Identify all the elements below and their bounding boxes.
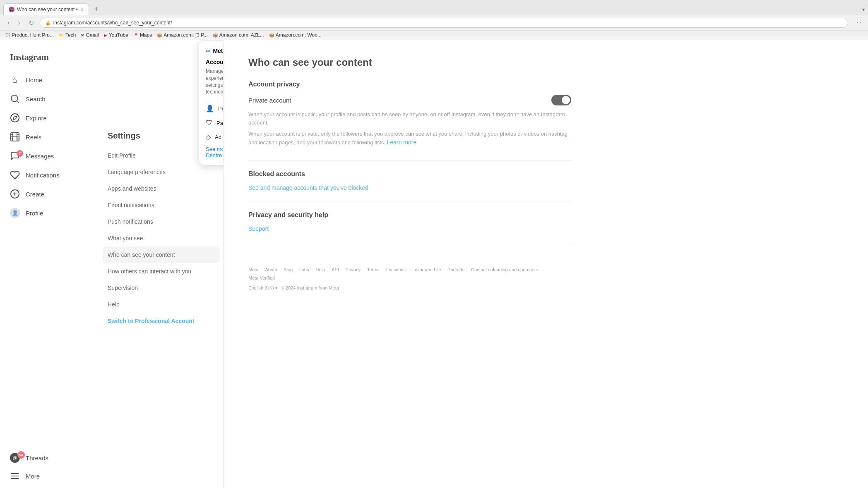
browser-actions: ⋯ <box>855 19 863 27</box>
dropdown-personal-label: Personal details <box>218 105 224 112</box>
back-button[interactable]: ‹ <box>5 18 12 27</box>
ad-icon: ◇ <box>206 133 211 141</box>
dropdown-ad-label: Ad preferences <box>215 134 224 140</box>
active-tab[interactable]: 📷 Who can see your content • × <box>3 3 89 15</box>
dropdown-ad-preferences[interactable]: ◇ Ad preferences <box>206 130 224 144</box>
dropdown-personal-details[interactable]: 👤 Personal details <box>206 101 224 116</box>
lock-icon: 🔒 <box>45 20 51 26</box>
tab-title: Who can see your content • <box>17 7 78 12</box>
tab-end: ▾ <box>862 7 865 12</box>
see-more-accounts-centre[interactable]: See more in Accounts Centre <box>206 146 224 158</box>
forward-button[interactable]: › <box>15 18 22 27</box>
meta-logo: ∞ Meta <box>206 47 224 55</box>
app-container: Instagram ⌂ Home Search Explore <box>0 40 868 488</box>
accounts-centre-title: Accounts Centre <box>206 59 224 65</box>
person-icon: 👤 <box>206 105 214 112</box>
meta-logo-icon: ∞ <box>206 47 210 55</box>
tab-favicon: 📷 <box>9 7 14 12</box>
accounts-dropdown: ∞ Meta Accounts Centre Manage your conne… <box>199 40 224 165</box>
url-text: instagram.com/accounts/who_can_see_your_… <box>53 20 172 26</box>
reload-button[interactable]: ↻ <box>26 18 36 28</box>
overlay[interactable] <box>0 36 868 488</box>
address-bar: ‹ › ↻ 🔒 instagram.com/accounts/who_can_s… <box>0 15 868 30</box>
tab-close-button[interactable]: × <box>80 6 84 13</box>
extensions-button[interactable]: ⋯ <box>855 19 863 27</box>
accounts-centre-desc: Manage your connected experiences and ac… <box>206 68 224 96</box>
shield-icon: 🛡 <box>206 119 212 127</box>
url-bar[interactable]: 🔒 instagram.com/accounts/who_can_see_you… <box>40 18 848 28</box>
browser-chrome: 📷 Who can see your content • × + ▾ ‹ › ↻… <box>0 0 868 40</box>
new-tab-button[interactable]: + <box>91 3 102 15</box>
tab-bar: 📷 Who can see your content • × + ▾ <box>0 0 868 15</box>
meta-logo-text: Meta <box>213 48 224 54</box>
dropdown-password-security[interactable]: 🛡 Password and security <box>206 116 224 130</box>
dropdown-security-label: Password and security <box>216 120 224 126</box>
